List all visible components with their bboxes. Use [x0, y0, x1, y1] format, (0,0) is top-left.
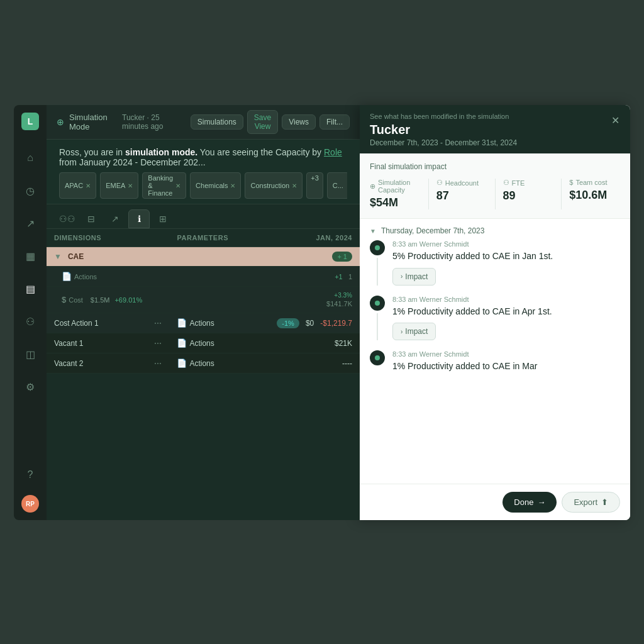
stats-row: ⊕ Simulation Capacity $54M ⚇ Headcount 8… — [370, 179, 620, 209]
export-button[interactable]: Export ⬆ — [562, 492, 620, 513]
sidebar-item-people[interactable]: ⚇ — [20, 311, 40, 331]
timeline-dot-inner-3 — [375, 355, 380, 360]
col-parameters: PARAMETERS — [169, 229, 265, 247]
cost-action-1-more-icon[interactable]: ⋯ — [154, 319, 162, 328]
simulation-stats: Final simulation impact ⊕ Simulation Cap… — [360, 153, 630, 219]
timeline-entry-1: 8:33 am Werner Schmidt 5% Productivity a… — [370, 240, 620, 286]
right-panel-title: Tucker — [370, 123, 620, 137]
views-button[interactable]: Views — [282, 114, 316, 130]
cost-action-1-param-icon: 📄 — [177, 318, 187, 328]
vacant-2-val: ---- — [342, 359, 352, 368]
sim-capacity-value: $54M — [370, 196, 421, 209]
timeline: ▼ Thursday, December 7th, 2023 8:33 am W… — [360, 219, 630, 484]
content-area: Ross, you are in simulation mode. You ar… — [47, 140, 360, 520]
timeline-date: Thursday, December 7th, 2023 — [381, 226, 485, 235]
table-row-vacant-2: Vacant 2 ⋯ 📄 Actions — [47, 353, 360, 374]
sidebar-item-analytics[interactable]: ↗ — [20, 213, 40, 233]
cost-action-1-param: Actions — [189, 319, 214, 328]
sidebar-item-chart[interactable]: ▦ — [20, 246, 40, 266]
vacant-2-label: Vacant 2 — [54, 359, 83, 368]
team-cost-value: $10.6M — [569, 189, 620, 202]
timeline-dot-inner-2 — [375, 301, 380, 306]
tab-list[interactable]: ⊟ — [80, 209, 102, 228]
sidebar-item-help[interactable]: ? — [20, 465, 40, 485]
done-button[interactable]: Done → — [502, 492, 557, 513]
tab-people[interactable]: ⚇⚇ — [57, 209, 78, 228]
simulation-message: Ross, you are in simulation mode. You ar… — [47, 140, 360, 204]
tab-chart[interactable]: ↗ — [104, 209, 126, 228]
timeline-date-header: ▼ Thursday, December 7th, 2023 — [370, 219, 620, 240]
tag-banking[interactable]: Banking & Finance ✕ — [142, 172, 186, 199]
right-panel-date: December 7th, 2023 - December 31st, 2024 — [370, 138, 620, 147]
simulation-icon: ⊕ — [57, 117, 64, 127]
timeline-dot-3 — [370, 350, 385, 365]
fte-icon: ⚇ — [503, 179, 509, 187]
vacant-1-param-icon: 📄 — [177, 338, 187, 348]
right-panel: See what has been modified in the simula… — [360, 105, 630, 520]
cae-badge: + 1 — [332, 252, 352, 262]
timeline-line-2 — [377, 313, 378, 341]
avatar[interactable]: RP — [21, 495, 39, 513]
sidebar-item-calendar[interactable]: ▤ — [20, 279, 40, 299]
export-icon: ⬆ — [601, 497, 608, 507]
cost-action-1-label: Cost Action 1 — [54, 319, 99, 328]
tag-extra[interactable]: C... — [327, 172, 347, 199]
impact-button-1[interactable]: › Impact — [392, 268, 436, 286]
table-row-actions: 📄 Actions +1 1 — [47, 267, 360, 287]
tag-apac[interactable]: APAC ✕ — [59, 172, 96, 199]
impact-button-2[interactable]: › Impact — [392, 323, 436, 340]
cost-action-1-val-2: -$1,219.7 — [320, 319, 352, 328]
cae-chevron-icon[interactable]: ▼ — [54, 252, 62, 261]
sidebar-item-home[interactable]: ⌂ — [20, 148, 40, 168]
timeline-entry-2: 8:33 am Werner Schmidt 1% Productivity a… — [370, 296, 620, 341]
cae-label: CAE — [68, 252, 84, 261]
timeline-content-3: 8:33 am Werner Schmidt 1% Productivity a… — [392, 350, 620, 378]
vacant-2-more-icon[interactable]: ⋯ — [154, 359, 162, 368]
cost-label: Cost — [69, 296, 83, 304]
headcount-value: 87 — [436, 189, 487, 203]
cost-action-1-val-1: $0 — [306, 319, 314, 328]
tab-info[interactable]: ℹ — [128, 209, 150, 228]
table-row-cae: ▼ CAE + 1 — [47, 247, 360, 267]
tag-construction[interactable]: Construction ✕ — [245, 172, 303, 199]
impact-chevron-2: › — [401, 328, 402, 335]
tag-chemicals[interactable]: Chemicals ✕ — [190, 172, 241, 199]
simulation-author: Tucker · 25 minutes ago — [122, 113, 186, 131]
tab-grid[interactable]: ⊞ — [152, 209, 174, 228]
vacant-1-label: Vacant 1 — [54, 339, 83, 348]
impact-chevron-1: › — [401, 273, 402, 280]
tag-emea[interactable]: EMEA ✕ — [100, 172, 138, 199]
tag-more[interactable]: +3 — [306, 172, 323, 199]
team-cost-label: Team cost — [575, 179, 607, 186]
timeline-dot-2 — [370, 296, 385, 311]
cost-value: $141.7K — [326, 300, 352, 308]
close-button[interactable]: ✕ — [608, 113, 623, 128]
vacant-1-val: $21K — [335, 339, 352, 348]
app-logo[interactable]: L — [21, 113, 39, 130]
timeline-event-2: 1% Productivity added to CAE in Apr 1st. — [392, 306, 620, 318]
right-panel-footer: Done → Export ⬆ — [360, 484, 630, 520]
right-panel-subtitle: See what has been modified in the simula… — [370, 113, 620, 120]
sidebar: L ⌂ ◷ ↗ ▦ ▤ ⚇ ◫ ⚙ ? RP — [14, 105, 47, 520]
actions-label: Actions — [74, 273, 97, 280]
vacant-1-more-icon[interactable]: ⋯ — [154, 339, 162, 348]
table-row-vacant-1: Vacant 1 ⋯ 📄 Actions — [47, 333, 360, 353]
timeline-content-1: 8:33 am Werner Schmidt 5% Productivity a… — [392, 240, 620, 286]
timeline-collapse-icon[interactable]: ▼ — [370, 228, 376, 235]
simulations-button[interactable]: Simulations — [191, 114, 243, 130]
sidebar-item-database[interactable]: ◫ — [20, 344, 40, 364]
actions-doc-icon: 📄 — [62, 272, 72, 281]
vacant-1-param: Actions — [189, 339, 214, 348]
sim-capacity-label: Simulation Capacity — [378, 179, 421, 194]
view-tabs: ⚇⚇ ⊟ ↗ ℹ ⊞ — [47, 204, 360, 229]
stat-fte: ⚇ FTE 89 — [503, 179, 562, 209]
simulation-label: Simulation Mode — [69, 113, 117, 131]
main-panel: ⊕ Simulation Mode Tucker · 25 minutes ag… — [47, 105, 360, 520]
filter-button[interactable]: Filt... — [319, 114, 350, 130]
role-link[interactable]: Role — [324, 147, 342, 157]
save-view-button[interactable]: Save View — [247, 110, 278, 134]
sidebar-item-clock[interactable]: ◷ — [20, 180, 40, 201]
sidebar-item-settings[interactable]: ⚙ — [20, 377, 40, 397]
cost-icon: $ — [62, 295, 66, 304]
table-row-cost-action-1: Cost Action 1 ⋯ 📄 Actions — [47, 313, 360, 333]
